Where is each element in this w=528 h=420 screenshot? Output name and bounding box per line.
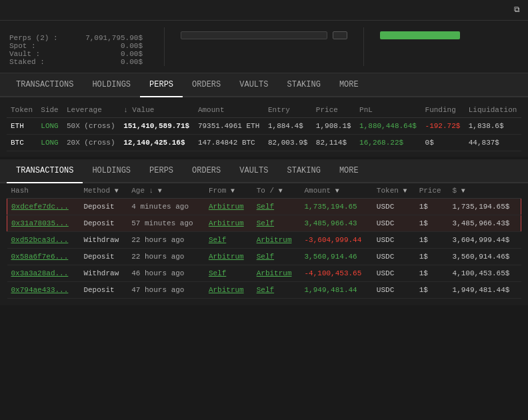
tx-token: USDC <box>373 249 415 265</box>
th-method: Method ▼ <box>79 183 127 199</box>
th-entry: Entry <box>264 103 312 118</box>
th-liquidation: Liquidation <box>465 103 521 118</box>
perps-liquidation: 1,838.6$ <box>465 118 521 135</box>
perps-side: LONG <box>37 135 63 151</box>
tab-top-perps[interactable]: PERPS <box>140 73 183 97</box>
tx-to[interactable]: Self <box>253 282 301 299</box>
tab-top-holdings[interactable]: HOLDINGS <box>83 73 140 97</box>
perps-side: LONG <box>37 118 63 135</box>
perps-leverage: 50X (cross) <box>63 118 119 135</box>
tx-from[interactable]: Arbitrum <box>205 215 253 232</box>
th-dollar: $ ▼ <box>449 183 521 199</box>
overview-spot-label: Spot : <box>9 42 36 50</box>
th-funding: Funding <box>421 103 465 118</box>
tx-age: 57 minutes ago <box>127 215 205 232</box>
tab-bottom-perps[interactable]: PERPS <box>140 159 183 183</box>
tab-top-more[interactable]: MORE <box>330 73 368 97</box>
th-tx-price: Price <box>415 183 449 199</box>
th-token: Token ▼ <box>373 183 415 199</box>
tx-dollar: 3,485,966.43$ <box>449 215 521 232</box>
tx-to[interactable]: Arbitrum <box>253 232 301 249</box>
th-amount: Amount <box>194 103 264 118</box>
method-filter-icon[interactable]: ▼ <box>115 187 119 195</box>
tx-to[interactable]: Self <box>253 215 301 232</box>
tx-to[interactable]: Self <box>253 199 301 215</box>
th-to: To / ▼ <box>253 183 301 199</box>
perps-pnl: 16,268.22$ <box>355 135 421 151</box>
tx-method: Deposit <box>79 215 127 232</box>
tab-bottom-staking[interactable]: STAKING <box>277 159 329 183</box>
transactions-table-header: Hash Method ▼ Age ↓ ▼ From ▼ To / ▼ Amou… <box>7 183 521 199</box>
token-filter-icon[interactable]: ▼ <box>403 187 407 195</box>
tx-age: 22 hours ago <box>127 249 205 265</box>
tab-bottom-orders[interactable]: ORDERS <box>183 159 230 183</box>
tab-bottom-transactions[interactable]: TRANSACTIONS <box>7 159 83 183</box>
tx-token: USDC <box>373 215 415 232</box>
tx-to[interactable]: Arbitrum <box>253 265 301 282</box>
th-leverage: Leverage <box>63 103 119 118</box>
overview-vault-value: 0.00$ <box>121 50 143 58</box>
tab-top-staking[interactable]: STAKING <box>277 73 329 97</box>
perps-price: 82,114$ <box>312 135 355 151</box>
tx-from[interactable]: Arbitrum <box>205 282 253 299</box>
address-bar: ⧉ <box>0 0 528 21</box>
tx-amount: -4,100,453.65 <box>300 265 372 282</box>
tx-amount: 1,949,481.44 <box>300 282 372 299</box>
tab-top-orders[interactable]: ORDERS <box>183 73 230 97</box>
perps-value: 12,140,425.16$ <box>119 135 194 151</box>
perps-price: 1,908.1$ <box>312 118 355 135</box>
table-row: 0x794ae433... Deposit 47 hours ago Arbit… <box>7 282 521 299</box>
tx-price: 1$ <box>415 282 449 299</box>
tx-method: Deposit <box>79 249 127 265</box>
tx-hash[interactable]: 0xd52bca3d... <box>7 232 80 249</box>
add-alias-button[interactable] <box>333 31 347 39</box>
tx-amount: 3,485,966.43 <box>300 215 372 232</box>
tx-token: USDC <box>373 199 415 215</box>
tab-bottom-more[interactable]: MORE <box>330 159 368 183</box>
tx-from[interactable]: Self <box>205 232 253 249</box>
tx-from[interactable]: Arbitrum <box>205 249 253 265</box>
tx-hash[interactable]: 0x3a3a28ad... <box>7 265 80 282</box>
tx-token: USDC <box>373 282 415 299</box>
tx-hash[interactable]: 0x31a78035... <box>7 215 80 232</box>
perps-funding: 0$ <box>421 135 465 151</box>
tx-hash[interactable]: 0x794ae433... <box>7 282 80 299</box>
infos-addr-row <box>181 31 347 39</box>
perps-token: ETH <box>7 118 37 135</box>
tx-dollar: 1,949,481.44$ <box>449 282 521 299</box>
overview-staked-label: Staked : <box>9 58 45 66</box>
perps-leverage: 20X (cross) <box>63 135 119 151</box>
overview-vault-label: Vault : <box>9 50 40 58</box>
tx-hash[interactable]: 0x58a6f7e6... <box>7 249 80 265</box>
tx-token: USDC <box>373 232 415 249</box>
divider-1 <box>164 27 165 66</box>
addr-display <box>181 31 327 39</box>
tab-bottom-vaults[interactable]: VAULTS <box>230 159 277 183</box>
tabs-top-bar: TRANSACTIONS HOLDINGS PERPS ORDERS VAULT… <box>0 73 528 97</box>
tab-top-transactions[interactable]: TRANSACTIONS <box>7 73 83 97</box>
overview-box: Perps (2) :7,091,795.90$ Spot :0.00$ Vau… <box>9 27 148 66</box>
from-filter-icon[interactable]: ▼ <box>231 187 235 195</box>
transactions-table: Hash Method ▼ Age ↓ ▼ From ▼ To / ▼ Amou… <box>7 183 521 299</box>
perps-table-section: Token Side Leverage ↓ Value Amount Entry… <box>0 97 528 157</box>
tab-top-vaults[interactable]: VAULTS <box>230 73 277 97</box>
overview-perps-value: 7,091,795.90$ <box>85 34 143 42</box>
tx-age: 47 hours ago <box>127 282 205 299</box>
th-from: From ▼ <box>205 183 253 199</box>
tx-age: 46 hours ago <box>127 265 205 282</box>
table-row: 0x58a6f7e6... Deposit 22 hours ago Arbit… <box>7 249 521 265</box>
copy-icon[interactable]: ⧉ <box>514 5 520 15</box>
dollar-filter-icon[interactable]: ▼ <box>461 187 465 195</box>
tx-to[interactable]: Self <box>253 249 301 265</box>
perps-funding: -192.72$ <box>421 118 465 135</box>
tx-hash[interactable]: 0xdcefe7dc... <box>7 199 80 215</box>
age-filter-icon[interactable]: ▼ <box>158 187 162 195</box>
tab-bottom-holdings[interactable]: HOLDINGS <box>83 159 140 183</box>
tx-price: 1$ <box>415 249 449 265</box>
eth-position-badge[interactable] <box>380 31 460 39</box>
tx-from[interactable]: Arbitrum <box>205 199 253 215</box>
tx-from[interactable]: Self <box>205 265 253 282</box>
to-filter-icon[interactable]: ▼ <box>279 187 283 195</box>
perps-table: Token Side Leverage ↓ Value Amount Entry… <box>7 103 521 151</box>
amount-filter-icon[interactable]: ▼ <box>335 187 339 195</box>
